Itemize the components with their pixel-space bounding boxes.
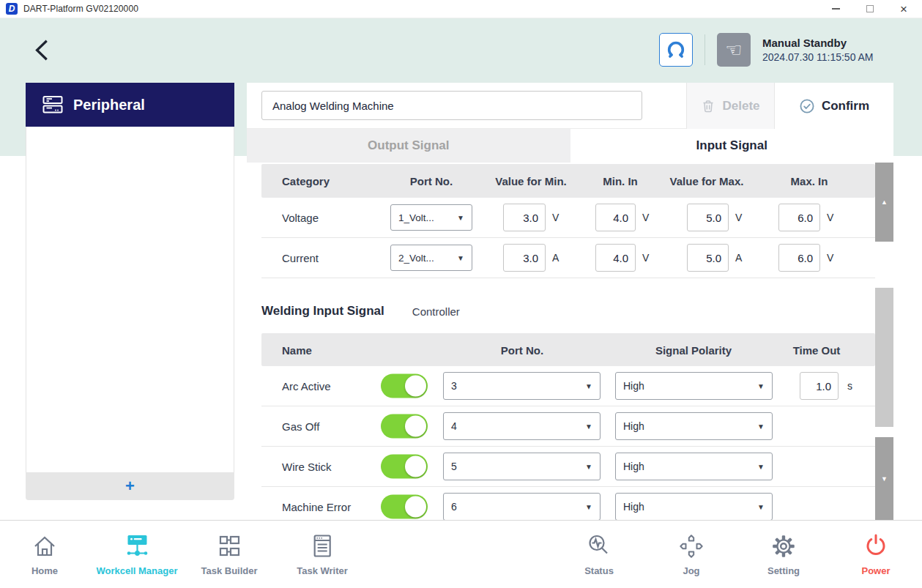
- current-max-unit: A: [735, 252, 742, 264]
- machine-error-port-value: 6: [451, 501, 457, 513]
- gas-off-polarity-select[interactable]: High ▼: [615, 412, 773, 440]
- arc-active-timeout-input[interactable]: [800, 372, 839, 400]
- table-row-arc-active: Arc Active 3 ▼ High ▼ s: [261, 366, 875, 406]
- peripheral-name-input[interactable]: [261, 91, 642, 120]
- table-row-machine-error: Machine Error 6 ▼ High ▼: [261, 487, 875, 520]
- column-header-value-for-min: Value for Min.: [495, 175, 567, 187]
- app-logo-icon: D: [6, 3, 18, 15]
- scrollbar-thumb[interactable]: [875, 288, 893, 427]
- setting-icon: [769, 532, 798, 561]
- sidebar-title: Peripheral: [73, 97, 145, 113]
- column-header-min-in: Min. In: [603, 175, 638, 187]
- delete-button[interactable]: Delete: [686, 83, 774, 129]
- scroll-up-button[interactable]: ▲: [875, 163, 893, 242]
- chevron-down-icon: ▼: [757, 382, 765, 390]
- machine-error-polarity-select[interactable]: High ▼: [615, 493, 773, 520]
- wire-stick-label: Wire Stick: [282, 461, 332, 473]
- robot-mode-button[interactable]: [659, 33, 693, 67]
- voltage-port-select[interactable]: 1_Volt... ▼: [390, 204, 472, 231]
- current-value-for-min-input[interactable]: [503, 244, 546, 272]
- nav-item-task-writer[interactable]: Task Writer: [297, 532, 348, 576]
- peripheral-list: [26, 127, 234, 472]
- nav-item-status[interactable]: Status: [584, 532, 614, 576]
- current-max-in-unit: V: [827, 252, 833, 264]
- toggle-knob: [405, 496, 426, 518]
- arc-active-port-select[interactable]: 3 ▼: [443, 372, 601, 400]
- close-icon[interactable]: ×: [900, 3, 907, 15]
- triangle-down-icon: ▼: [881, 475, 888, 483]
- back-button[interactable]: [29, 37, 57, 64]
- toggle-knob: [405, 456, 426, 477]
- section-subtitle: Controller: [412, 305, 460, 318]
- signal-tabs: Output Signal Input Signal: [247, 129, 893, 163]
- wire-stick-port-value: 5: [451, 461, 457, 472]
- table-row-wire-stick: Wire Stick 5 ▼ High ▼: [261, 447, 875, 487]
- voltage-value-for-max-input[interactable]: [687, 204, 729, 231]
- status-cluster: ☜ Manual Standby 2024.07.30 11:15:50 AM: [659, 33, 906, 67]
- current-value-for-max-input[interactable]: [687, 244, 729, 272]
- scroll-down-button[interactable]: ▼: [875, 437, 893, 520]
- minimize-icon[interactable]: [832, 8, 840, 10]
- arc-active-polarity-select[interactable]: High ▼: [615, 372, 773, 400]
- current-max-in-input[interactable]: [778, 244, 820, 272]
- analog-table-header: Category Port No. Value for Min. Min. In…: [261, 164, 875, 198]
- triangle-up-icon: ▲: [881, 198, 888, 206]
- gas-off-port-select[interactable]: 4 ▼: [443, 412, 601, 440]
- voltage-value-for-min-input[interactable]: [503, 204, 546, 231]
- voltage-max-in-input[interactable]: [778, 204, 820, 231]
- maximize-icon[interactable]: [866, 5, 874, 12]
- current-min-in-unit: V: [642, 252, 649, 264]
- window-titlebar: D DART-Platform GV02120000 ×: [0, 0, 922, 18]
- voltage-port-value: 1_Volt...: [398, 212, 434, 223]
- manual-mode-button[interactable]: ☜: [717, 33, 751, 67]
- nav-label: Status: [584, 565, 614, 576]
- sidebar-header: Peripheral: [26, 83, 234, 127]
- current-port-select[interactable]: 2_Volt... ▼: [390, 245, 472, 271]
- nav-item-workcell-manager[interactable]: Workcell Manager: [96, 532, 177, 576]
- machine-error-toggle[interactable]: [381, 495, 428, 519]
- toggle-knob: [405, 416, 426, 437]
- hand-icon: ☜: [725, 39, 742, 62]
- add-peripheral-button[interactable]: +: [26, 472, 234, 500]
- check-circle-icon: [799, 98, 815, 114]
- voltage-min-in-unit: V: [642, 212, 649, 223]
- arc-active-polarity-value: High: [623, 380, 644, 392]
- chevron-down-icon: ▼: [757, 503, 765, 511]
- delete-label: Delete: [722, 99, 759, 113]
- arc-active-port-value: 3: [451, 380, 457, 392]
- table-row-voltage: Voltage 1_Volt... ▼ V V V V: [261, 198, 875, 238]
- voltage-min-in-input[interactable]: [595, 204, 636, 231]
- chevron-down-icon: ▼: [585, 382, 592, 390]
- voltage-label: Voltage: [282, 212, 319, 224]
- nav-item-task-builder[interactable]: Task Builder: [201, 532, 257, 576]
- nav-label: Power: [861, 565, 890, 576]
- nav-item-home[interactable]: Home: [30, 532, 59, 576]
- wire-stick-toggle[interactable]: [381, 455, 428, 479]
- wire-stick-polarity-select[interactable]: High ▼: [615, 453, 773, 480]
- window-title: DART-Platform GV02120000: [23, 4, 138, 14]
- column-header-time-out: Time Out: [793, 343, 841, 356]
- peripheral-sidebar: Peripheral +: [26, 83, 234, 500]
- chevron-down-icon: ▼: [457, 254, 464, 262]
- confirm-button[interactable]: Confirm: [774, 83, 893, 129]
- machine-error-label: Machine Error: [282, 501, 351, 513]
- tab-input-signal[interactable]: Input Signal: [570, 129, 894, 163]
- chevron-down-icon: ▼: [757, 463, 765, 471]
- current-port-value: 2_Volt...: [398, 253, 434, 264]
- column-header-name: Name: [282, 343, 312, 356]
- tab-output-signal[interactable]: Output Signal: [247, 129, 570, 163]
- nav-item-power[interactable]: Power: [861, 532, 891, 576]
- gas-off-toggle[interactable]: [381, 414, 428, 439]
- table-row-gas-off: Gas Off 4 ▼ High ▼: [261, 406, 875, 447]
- robot-icon: [662, 36, 690, 64]
- divider: [704, 34, 705, 65]
- arc-active-toggle[interactable]: [381, 374, 428, 398]
- machine-error-port-select[interactable]: 6 ▼: [443, 493, 601, 520]
- current-min-in-input[interactable]: [595, 244, 636, 272]
- wire-stick-port-select[interactable]: 5 ▼: [443, 453, 601, 480]
- power-icon: [861, 532, 891, 561]
- chevron-down-icon: ▼: [585, 423, 592, 431]
- nav-item-jog[interactable]: Jog: [677, 532, 706, 576]
- nav-item-setting[interactable]: Setting: [767, 532, 800, 576]
- welding-table-header: Name Port No. Signal Polarity Time Out: [261, 333, 875, 366]
